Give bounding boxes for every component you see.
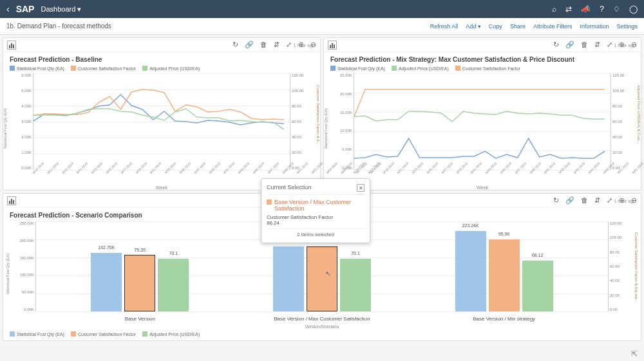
back-icon[interactable]: ‹ (6, 4, 10, 14)
bar-base-stat[interactable]: 162.70K (91, 253, 122, 311)
x-axis-title: Version/Scenario (35, 324, 609, 329)
chart-mix-plot[interactable] (354, 73, 611, 170)
x-axis-title: Week (354, 185, 611, 190)
legend-cust-sat: Customer Satisfaction Factor (462, 66, 520, 71)
y-left-label: Statistical Fcst Qty (EA) (3, 108, 7, 149)
y-right-label: Adjusted Price (USD/EA) & Cust… (637, 85, 641, 144)
y-axis-right: 120.00100.0080.0060.0040.0020.000.00 (292, 73, 311, 170)
legend-cust-sat: Customer Satisfaction Factor (78, 66, 136, 71)
bar-mix-stat[interactable]: 223.24K (455, 231, 486, 311)
export-icon[interactable]: ⇱ (631, 349, 638, 358)
bar-maxcust-cust[interactable] (307, 246, 337, 311)
panel-baseline: ↻ 🔗 🗑 ⇵ ⤢ ⊕ ⊖ 1 hour ago Forecast Predic… (3, 37, 321, 190)
cursor-icon: ↖ (325, 270, 331, 278)
attribute-filters-link[interactable]: Attribute Filters (533, 23, 573, 30)
top-bar: ‹ SAP Dashboard ▾ ⌕ ⇄ 📣 ? ♢ ◯ (0, 0, 644, 18)
y-right-label: Customer Satisfaction Factor & Adj use… (634, 232, 638, 303)
y-axis-left: 25.00K20.00K15.00K10.00K5.00K0.00K (333, 73, 352, 170)
expand-icon[interactable]: ⤢ (607, 41, 612, 49)
sort-icon[interactable]: ⇵ (594, 41, 600, 49)
user-icon[interactable]: ◯ (629, 5, 638, 14)
bar-group-mix: 223.24K 95.96 68.12 Base Version / Mix s… (455, 231, 553, 311)
legend-adj-price: Adjusted Price (USD/EA) (149, 332, 200, 337)
selection-tooltip: Current Selection ✕ Base Version / Max C… (261, 178, 370, 243)
breadcrumb: 1b. Demand Plan - forecast methods (6, 23, 111, 30)
bar-group-maxcust: 179.61K 70.1 Base Version / Max Customer… (273, 246, 371, 311)
panel-timestamp: 1 hour ago (614, 43, 636, 48)
sort-icon[interactable]: ⇵ (594, 196, 600, 205)
bar-mix-cust[interactable]: 95.96 (489, 239, 520, 311)
panel-mix-strategy: ↻ 🔗 🗑 ⇵ ⤢ ⊕ ⊖ 1 hour ago Forecast Predic… (323, 37, 641, 190)
group-label-mix: Base Version / Mix strategy (455, 316, 553, 322)
bar-maxcust-price[interactable]: 70.1 (340, 259, 371, 311)
x-axis-labels: W15 2019W17 2019W19 2019W21 2019W23 2019… (354, 171, 611, 175)
y-axis-right: 120.00100.0080.0060.0040.0020.000.00 (612, 73, 632, 170)
help-icon[interactable]: ? (600, 5, 604, 14)
y-left-label: Statistical Fcst Qty (EA) (6, 254, 10, 294)
copy-link[interactable]: Copy (489, 23, 502, 30)
legend-adj-price: Adjusted Price (USD/EA) (149, 66, 200, 71)
sub-bar: 1b. Demand Plan - forecast methods Refre… (0, 18, 644, 35)
y-axis-right: 120.00100.0080.0060.0040.0020.000.00 (610, 221, 629, 311)
bar-group-base: 162.70K 75.35 70.1 Base Version (91, 253, 189, 311)
delete-icon[interactable]: 🗑 (581, 41, 588, 49)
panel-title-mix: Forecast Prediction - Mix Strategy: Max … (330, 56, 634, 63)
close-icon[interactable]: ✕ (357, 184, 365, 192)
bar-mix-price[interactable]: 68.12 (522, 261, 553, 311)
tooltip-footer: 2 items selected (267, 228, 365, 237)
y-axis-left: 6.00K5.00K4.00K3.00K2.00K1.00K0.00K (12, 73, 32, 170)
expand-icon[interactable]: ⤢ (286, 41, 292, 49)
panel-timestamp: 1 hour ago (614, 199, 636, 203)
tooltip-label: Customer Satisfaction Factor (267, 214, 365, 220)
tooltip-title: Base Version / Max Customer Satisfaction (274, 199, 365, 212)
delete-icon[interactable]: 🗑 (581, 196, 588, 205)
y-left-label: Statistical Fcst Qty (EA) (324, 108, 328, 149)
y-right-label: Customer Satisfaction Factor & A… (316, 85, 320, 145)
bar-base-cust[interactable]: 75.35 (124, 255, 155, 311)
link-icon[interactable]: 🔗 (245, 41, 254, 49)
chart-type-icon[interactable] (7, 196, 16, 205)
legend-stat-fcst: Statistical Fcst Qty (EA) (17, 66, 64, 71)
dashboard-title[interactable]: Dashboard ▾ (41, 5, 81, 14)
group-label-maxcust: Base Version / Max Customer Satisfaction (273, 316, 371, 322)
refresh-icon[interactable]: ↻ (553, 196, 559, 205)
panel-scenario-comparison: ↻ 🔗 🗑 ⇵ ⤢ ⊕ ⊖ 1 hour ago Forecast Predic… (3, 193, 641, 341)
x-axis-title: Week (33, 185, 290, 190)
bar-base-price[interactable]: 70.1 (158, 259, 189, 311)
settings-link[interactable]: Settings (616, 23, 638, 30)
refresh-all-link[interactable]: Refresh All (430, 23, 459, 30)
y-axis-left: 250.00K200.00K150.00K100.00K50.00K0.00K (15, 221, 34, 311)
panel-title-baseline: Forecast Prediction - Baseline (10, 56, 314, 63)
expand-icon[interactable]: ⤢ (607, 196, 612, 205)
chart-type-icon[interactable] (7, 41, 16, 50)
group-label-base: Base Version (91, 316, 189, 322)
bar-maxcust-stat[interactable]: 179.61K (273, 246, 304, 311)
route-icon[interactable]: ⇄ (565, 5, 572, 14)
share-link[interactable]: Share (510, 23, 526, 30)
megaphone-icon[interactable]: 📣 (581, 5, 591, 14)
bell-icon[interactable]: ♢ (613, 5, 620, 14)
link-icon[interactable]: 🔗 (565, 41, 574, 49)
refresh-icon[interactable]: ↻ (232, 41, 238, 49)
add-link[interactable]: Add ▾ (466, 23, 481, 30)
chart-type-icon[interactable] (328, 41, 337, 50)
legend-cust-sat: Customer Satisfaction Factor (78, 332, 136, 337)
legend-adj-price: Adjusted Price (USD/EA) (399, 66, 449, 71)
legend-stat-fcst: Statistical Fcst Qty (EA) (17, 332, 64, 337)
x-axis-labels: W15 2019W17 2019W19 2019W21 2019W23 2019… (33, 171, 290, 175)
panel-timestamp: 1 hour ago (294, 43, 315, 48)
refresh-icon[interactable]: ↻ (553, 41, 559, 49)
link-icon[interactable]: 🔗 (565, 196, 574, 205)
sort-icon[interactable]: ⇵ (274, 41, 279, 49)
sap-logo: SAP (16, 4, 35, 14)
chart-baseline-plot[interactable] (33, 73, 290, 170)
delete-icon[interactable]: 🗑 (260, 41, 267, 49)
search-icon[interactable]: ⌕ (552, 5, 556, 14)
tooltip-swatch (267, 199, 272, 205)
legend-stat-fcst: Statistical Fcst Qty (EA) (337, 66, 385, 71)
tooltip-value: 86.24 (267, 220, 365, 226)
tooltip-header: Current Selection (267, 184, 312, 192)
information-link[interactable]: Information (580, 23, 609, 30)
